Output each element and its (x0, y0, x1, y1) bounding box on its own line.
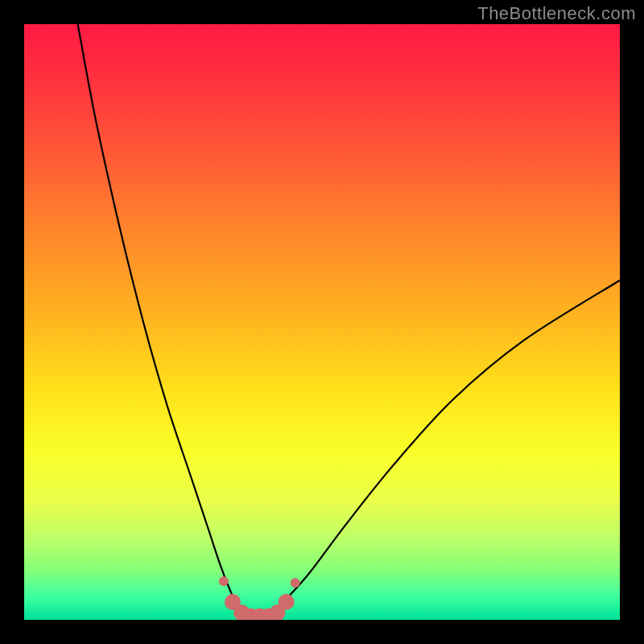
plot-area (24, 24, 620, 620)
highlight-dot (279, 594, 295, 610)
bottleneck-curve (78, 24, 620, 617)
highlight-dots-group (219, 576, 300, 620)
highlight-dot (291, 578, 300, 588)
chart-frame: TheBottleneck.com (0, 0, 644, 644)
curve-layer (24, 24, 620, 620)
watermark-text: TheBottleneck.com (477, 3, 636, 24)
highlight-dot (219, 576, 229, 586)
